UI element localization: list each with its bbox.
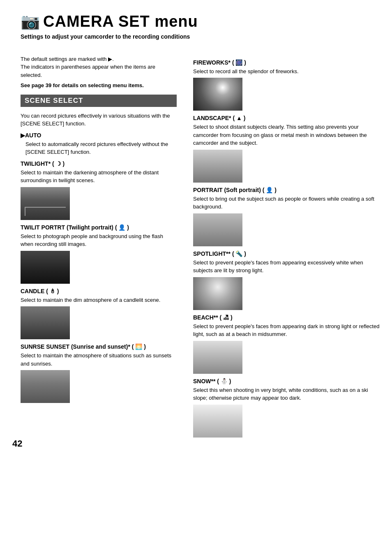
twilight-portrait-section: TWILIT PORTRT (Twilight portrait) ( 👤 ) … — [21, 224, 177, 284]
twilight-body: Select to maintain the darkening atmosph… — [21, 169, 177, 185]
sunrise-body: Select to maintain the atmosphere of sit… — [21, 352, 177, 368]
page-title-block: 📷 CAMERA SET menu — [0, 8, 392, 30]
portrait-body: Select to bring out the subject such as … — [193, 195, 380, 211]
candle-body: Select to maintain the dim atmosphere of… — [21, 296, 177, 304]
page-title: CAMERA SET menu — [43, 13, 198, 30]
auto-heading: ▶AUTO — [21, 132, 177, 139]
sunrise-image — [21, 370, 70, 403]
snow-body: Select this when shooting in very bright… — [193, 386, 380, 402]
fireworks-heading: FIREWORKS* ( 🎆 ) — [193, 59, 380, 66]
beach-body: Select to prevent people's faces from ap… — [193, 322, 380, 338]
landscape-heading: LANDSCAPE* ( ▲ ) — [193, 115, 380, 121]
intro-text-bold: See page 39 for details on selecting men… — [21, 81, 177, 90]
main-content: The default settings are marked with ▶.T… — [0, 47, 392, 449]
auto-body: Select to automatically record pictures … — [25, 140, 177, 156]
sunrise-section: SUNRSE SUNSET (Sunrise and sunset)* ( 🌅 … — [21, 343, 177, 403]
twilight-section: TWILIGHT* ( ☽ ) Select to maintain the d… — [21, 160, 177, 220]
portrait-image — [193, 213, 242, 246]
twilight-heading: TWILIGHT* ( ☽ ) — [21, 160, 177, 167]
right-column: FIREWORKS* ( 🎆 ) Select to record all th… — [185, 47, 392, 449]
fireworks-image — [193, 78, 242, 111]
sunrise-heading: SUNRSE SUNSET (Sunrise and sunset)* ( 🌅 … — [21, 343, 177, 350]
scene-select-banner: SCENE SELECT — [21, 95, 177, 107]
snow-image — [193, 405, 242, 438]
page-container: 📷 CAMERA SET menu Settings to adjust you… — [0, 0, 392, 457]
candle-heading: CANDLE ( 🕯 ) — [21, 288, 177, 294]
landscape-image — [193, 150, 242, 183]
twilight-portrait-body: Select to photograph people and backgrou… — [21, 232, 177, 248]
scene-desc: You can record pictures effectively in v… — [21, 112, 177, 128]
snow-section: SNOW** ( ⛄ ) Select this when shooting i… — [193, 378, 380, 438]
landscape-body: Select to shoot distant subjects clearly… — [193, 123, 380, 147]
twilight-image — [21, 187, 70, 220]
beach-image — [193, 341, 242, 374]
spotlight-section: SPOTLIGHT** ( 🔦 ) Select to prevent peop… — [193, 250, 380, 310]
portrait-section: PORTRAIT (Soft portrait) ( 👤 ) Select to… — [193, 187, 380, 246]
twilight-portrait-heading: TWILIT PORTRT (Twilight portrait) ( 👤 ) — [21, 224, 177, 231]
camera-icon: 📷 — [21, 12, 40, 30]
snow-heading: SNOW** ( ⛄ ) — [193, 378, 380, 384]
spotlight-body: Select to prevent people's faces from ap… — [193, 259, 380, 275]
page-number: 42 — [12, 438, 22, 449]
candle-section: CANDLE ( 🕯 ) Select to maintain the dim … — [21, 288, 177, 340]
spotlight-image — [193, 277, 242, 310]
twilight-portrait-image — [21, 251, 70, 284]
fireworks-section: FIREWORKS* ( 🎆 ) Select to record all th… — [193, 59, 380, 111]
fireworks-body: Select to record all the splendor of fir… — [193, 67, 380, 76]
candle-image — [21, 306, 70, 339]
beach-section: BEACH** ( 🏖 ) Select to prevent people's… — [193, 314, 380, 374]
beach-heading: BEACH** ( 🏖 ) — [193, 314, 380, 321]
spotlight-heading: SPOTLIGHT** ( 🔦 ) — [193, 250, 380, 257]
left-column: The default settings are marked with ▶.T… — [0, 47, 185, 449]
portrait-heading: PORTRAIT (Soft portrait) ( 👤 ) — [193, 187, 380, 193]
landscape-section: LANDSCAPE* ( ▲ ) Select to shoot distant… — [193, 115, 380, 183]
page-subtitle: Settings to adjust your camcorder to the… — [0, 33, 392, 41]
intro-text-1: The default settings are marked with ▶.T… — [21, 55, 177, 79]
